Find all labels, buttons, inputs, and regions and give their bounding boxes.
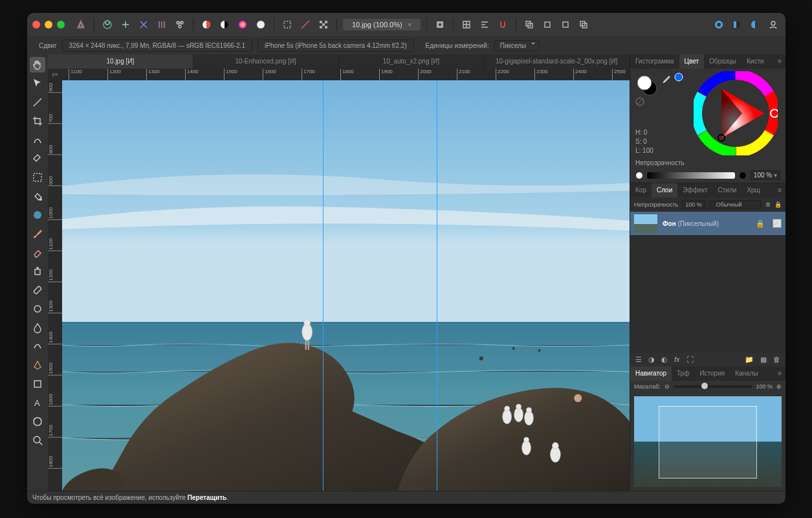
gradient-tool[interactable]	[30, 207, 45, 223]
hand-tool[interactable]	[30, 57, 45, 73]
vertical-ruler[interactable]: 6007008009001000110012001300140015001600…	[48, 80, 62, 491]
preview-mode-button[interactable]	[433, 17, 447, 32]
fx-icon[interactable]: fx	[674, 355, 680, 364]
gear-icon[interactable]: ⚙	[765, 201, 771, 208]
dodge-tool[interactable]	[30, 301, 45, 317]
erase-tool[interactable]	[30, 245, 45, 260]
healing-tool[interactable]	[30, 282, 45, 298]
shape-tool[interactable]	[30, 376, 45, 392]
navigator-thumbnail[interactable]	[634, 396, 782, 487]
mesh-tool[interactable]	[30, 414, 45, 429]
secondary-color-dot[interactable]	[674, 73, 683, 83]
arrange-forward-button[interactable]	[558, 17, 573, 32]
eyedropper-icon[interactable]	[661, 74, 672, 85]
persona-tone-button[interactable]	[155, 17, 169, 32]
effects-tab[interactable]: Эффект	[677, 183, 712, 197]
auto-wb-button[interactable]	[254, 17, 268, 32]
opacity-slider[interactable]	[647, 172, 735, 179]
close-file-icon[interactable]: ×	[408, 21, 411, 28]
document-tab[interactable]: 10_auto_x2.png [И]	[339, 54, 485, 69]
zoom-value[interactable]: 100 %	[756, 383, 773, 390]
line-tool-button[interactable]	[298, 17, 313, 32]
adjustments-tab[interactable]: Кор	[630, 183, 652, 197]
navigator-tab[interactable]: Навигатор	[630, 366, 672, 381]
vertical-guide[interactable]	[323, 80, 324, 491]
assistant-button[interactable]	[730, 17, 744, 32]
zoom-in-button[interactable]: ⊕	[776, 383, 782, 390]
units-select[interactable]: Пикселы	[494, 40, 540, 51]
layer-opacity-value[interactable]: 100 %	[682, 200, 705, 209]
selection-brush-tool[interactable]	[30, 132, 45, 148]
marquee-tool-button[interactable]	[280, 17, 294, 32]
auto-contrast-button[interactable]	[217, 17, 232, 32]
color-tab[interactable]: Цвет	[679, 54, 704, 69]
blend-mode-select[interactable]: Обычный	[709, 200, 762, 209]
grid-button[interactable]	[459, 17, 474, 32]
close-window-button[interactable]	[32, 21, 40, 28]
stock-button[interactable]	[748, 17, 762, 32]
histogram-tab[interactable]: Гистограмма	[630, 54, 679, 69]
delete-layer-icon[interactable]: 🗑	[773, 355, 780, 364]
pen-tool[interactable]	[30, 357, 45, 373]
fill-tool[interactable]	[30, 188, 45, 204]
adjust-icon[interactable]: ◐	[661, 355, 668, 364]
text-tool[interactable]: A	[30, 395, 45, 411]
arrange-backward-button[interactable]	[540, 17, 554, 32]
document-tab[interactable]: 10.jpg [И]	[48, 54, 193, 69]
color-wheel[interactable]	[694, 71, 778, 157]
layer-lock-icon[interactable]: 🔒	[756, 220, 765, 228]
color-picker-tool[interactable]	[30, 95, 45, 110]
none-color-icon[interactable]	[635, 97, 644, 107]
clone-tool[interactable]	[30, 264, 45, 279]
history-tab[interactable]: История	[694, 366, 730, 381]
vertical-guide[interactable]	[437, 80, 437, 491]
panel-menu-icon[interactable]: ≡	[774, 54, 785, 69]
paint-brush-tool[interactable]	[30, 226, 45, 242]
layers-stack-icon[interactable]: ☰	[635, 355, 642, 364]
panel-menu-icon[interactable]: ≡	[774, 183, 785, 197]
add-layer-icon[interactable]: ▦	[760, 355, 767, 364]
brushes2-tab[interactable]: Хрщ	[741, 183, 765, 197]
opacity-value[interactable]: 100 %	[751, 170, 780, 180]
layer-row[interactable]: Фон (Пиксельный) 🔒 ✓	[630, 212, 785, 235]
panel-menu-icon[interactable]: ≡	[774, 366, 785, 381]
zoom-out-button[interactable]: ⊖	[664, 383, 670, 390]
document-tab[interactable]: 10-gigapixel-standard-scale-2_00x.png [И…	[484, 54, 630, 69]
document-tab[interactable]: 10-Enhanced.png [И]	[193, 54, 339, 69]
persona-export-button[interactable]	[173, 17, 187, 32]
blur-tool[interactable]	[30, 320, 45, 335]
arrange-back-button[interactable]	[522, 17, 536, 32]
persona-liquify-button[interactable]	[118, 17, 133, 32]
open-file-tab[interactable]: 10.jpg (100.0%)×	[343, 19, 421, 30]
zoom-window-button[interactable]	[57, 21, 65, 28]
channels-tab[interactable]: Каналы	[730, 366, 763, 381]
lock-icon[interactable]: 🔒	[774, 201, 782, 208]
snapping-button[interactable]	[496, 17, 510, 32]
transform-tab[interactable]: Трф	[672, 366, 694, 381]
folder-icon[interactable]: 📁	[745, 355, 754, 364]
color-well[interactable]	[635, 74, 659, 98]
mask-icon[interactable]: ◑	[648, 355, 655, 364]
account-button[interactable]	[766, 17, 780, 32]
marquee-tool[interactable]	[30, 170, 45, 185]
persona-photo-button[interactable]	[100, 17, 115, 32]
checker-tool-button[interactable]	[316, 17, 331, 32]
crop-icon[interactable]: ⛶	[686, 355, 694, 364]
horizontal-ruler[interactable]: 1100120013001400150016001700180019002000…	[62, 69, 630, 80]
quickmask-button[interactable]	[712, 17, 726, 32]
move-tool[interactable]	[30, 76, 45, 91]
canvas[interactable]	[62, 80, 630, 491]
auto-colors-button[interactable]	[236, 17, 250, 32]
arrange-front-button[interactable]	[576, 17, 591, 32]
swatches-tab[interactable]: Образцы	[704, 54, 741, 69]
brushes-tab[interactable]: Кисти	[741, 54, 769, 69]
persona-develop-button[interactable]	[137, 17, 151, 32]
alignment-button[interactable]	[477, 17, 492, 32]
styles-tab[interactable]: Стили	[713, 183, 742, 197]
flood-select-tool[interactable]	[30, 151, 45, 166]
smudge-tool[interactable]	[30, 339, 45, 354]
layer-visibility-checkbox[interactable]: ✓	[773, 219, 782, 228]
navigator-viewport-frame[interactable]	[659, 406, 757, 479]
layers-tab[interactable]: Слои	[652, 183, 677, 197]
zoom-tool[interactable]	[30, 433, 45, 448]
